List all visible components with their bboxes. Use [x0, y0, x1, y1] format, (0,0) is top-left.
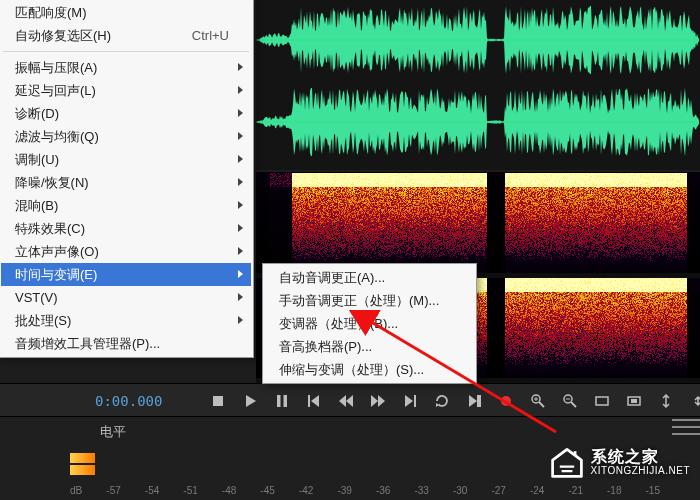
transport-bar[interactable]: 0:00.000 — [0, 383, 700, 417]
zoom-in-button[interactable] — [524, 389, 552, 413]
waveform-channel-left[interactable] — [256, 0, 700, 80]
time-and-pitch-submenu[interactable]: 自动音调更正(A)...手动音调更正（处理）(M)...变调器（处理）(B)..… — [262, 263, 477, 384]
zoom-buttons — [522, 389, 700, 413]
zoom-full-button[interactable] — [588, 389, 616, 413]
svg-rect-15 — [596, 397, 608, 405]
watermark: 系统之家 XITONGZHIJIA.NET — [549, 444, 691, 480]
menu-item-7[interactable]: 调制(U) — [1, 148, 251, 171]
zoom-in-v-button[interactable] — [652, 389, 680, 413]
watermark-url: XITONGZHIJIA.NET — [591, 465, 691, 476]
menu-item-4[interactable]: 延迟与回声(L) — [1, 79, 251, 102]
svg-line-13 — [571, 402, 576, 407]
menu-item-6[interactable]: 滤波与均衡(Q) — [1, 125, 251, 148]
svg-rect-6 — [414, 395, 416, 407]
menu-item-12[interactable]: 时间与变调(E) — [1, 263, 251, 286]
submenu-item-2[interactable]: 变调器（处理）(B)... — [265, 312, 474, 335]
stop-button[interactable] — [204, 389, 232, 413]
spectrogram-channel-left — [256, 173, 700, 273]
effects-menu[interactable]: 匹配响度(M)自动修复选区(H)Ctrl+U振幅与压限(A)延迟与回声(L)诊断… — [0, 0, 254, 358]
skip-button[interactable] — [460, 389, 488, 413]
svg-rect-4 — [284, 395, 288, 407]
level-bar-left — [70, 453, 95, 463]
loop-button[interactable] — [428, 389, 456, 413]
pause-button[interactable] — [268, 389, 296, 413]
zoom-sel-button[interactable] — [620, 389, 648, 413]
menu-item-8[interactable]: 降噪/恢复(N) — [1, 171, 251, 194]
submenu-item-4[interactable]: 伸缩与变调（处理）(S)... — [265, 358, 474, 381]
level-bar-right — [70, 465, 95, 475]
transport-buttons — [202, 389, 522, 413]
submenu-item-0[interactable]: 自动音调更正(A)... — [265, 266, 474, 289]
menu-item-10[interactable]: 特殊效果(C) — [1, 217, 251, 240]
hamburger-icon[interactable] — [672, 419, 700, 435]
menu-item-3[interactable]: 振幅与压限(A) — [1, 56, 251, 79]
svg-line-9 — [539, 402, 544, 407]
time-display: 0:00.000 — [95, 393, 162, 409]
next-button[interactable] — [396, 389, 424, 413]
play-button[interactable] — [236, 389, 264, 413]
levels-scale: dB-57-54-51-48-45-42-39-36-33-30-27-24-2… — [70, 485, 660, 496]
submenu-item-3[interactable]: 音高换档器(P)... — [265, 335, 474, 358]
waveform-panel[interactable] — [256, 0, 700, 170]
menu-item-9[interactable]: 混响(B) — [1, 194, 251, 217]
watermark-text: 系统之家 — [591, 448, 691, 466]
menu-item-15[interactable]: 音频增效工具管理器(P)... — [1, 332, 251, 355]
menu-item-1[interactable]: 自动修复选区(H)Ctrl+U — [1, 24, 251, 47]
svg-rect-5 — [308, 395, 310, 407]
fwd-button[interactable] — [364, 389, 392, 413]
svg-rect-2 — [213, 396, 223, 406]
menu-item-5[interactable]: 诊断(D) — [1, 102, 251, 125]
menu-item-0[interactable]: 匹配响度(M) — [1, 1, 251, 24]
record-button[interactable] — [492, 389, 520, 413]
menu-item-14[interactable]: 批处理(S) — [1, 309, 251, 332]
svg-rect-3 — [277, 395, 281, 407]
zoom-out-button[interactable] — [556, 389, 584, 413]
house-icon — [549, 444, 585, 480]
prev-button[interactable] — [300, 389, 328, 413]
menu-item-13[interactable]: VST(V) — [1, 286, 251, 309]
rew-button[interactable] — [332, 389, 360, 413]
svg-point-7 — [501, 396, 511, 406]
menu-item-11[interactable]: 立体声声像(O) — [1, 240, 251, 263]
submenu-item-1[interactable]: 手动音调更正（处理）(M)... — [265, 289, 474, 312]
zoom-out-v-button[interactable] — [684, 389, 700, 413]
svg-rect-17 — [631, 399, 637, 403]
waveform-channel-right[interactable] — [256, 82, 700, 162]
levels-title: 电平 — [100, 423, 126, 441]
